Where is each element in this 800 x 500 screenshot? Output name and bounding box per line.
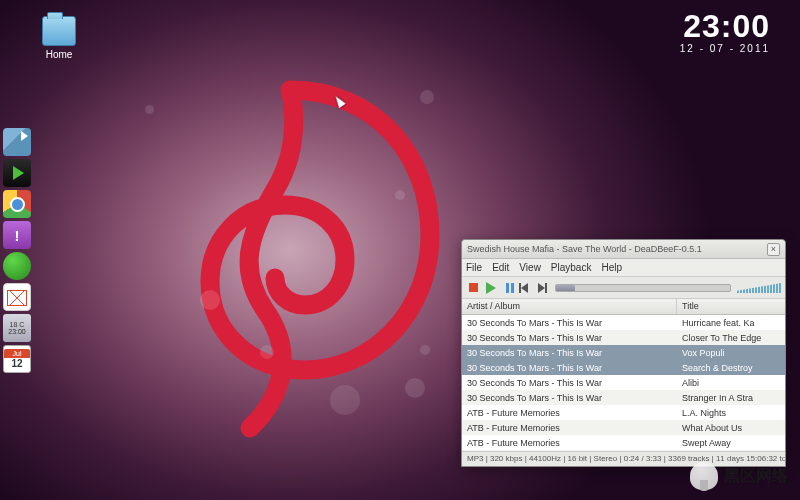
play-button[interactable]	[483, 280, 498, 295]
menu-view[interactable]: View	[519, 262, 541, 273]
weather-temp: 18 C	[10, 321, 25, 328]
playback-controls	[462, 277, 785, 299]
bokeh-dot	[260, 345, 274, 359]
folder-home-icon	[42, 16, 76, 46]
dock-chrome[interactable]	[3, 190, 31, 218]
weather-time: 23:00	[8, 328, 26, 335]
track-artist-album: ATB - Future Memories	[462, 423, 677, 433]
track-title: Closer To The Edge	[677, 333, 785, 343]
bokeh-dot	[405, 378, 425, 398]
track-artist-album: 30 Seconds To Mars - This Is War	[462, 378, 677, 388]
desktop-icon-home[interactable]: Home	[35, 16, 83, 60]
previous-button[interactable]	[517, 280, 532, 295]
menu-playback[interactable]: Playback	[551, 262, 592, 273]
bokeh-dot	[420, 345, 430, 355]
wallpaper-debian-swirl	[130, 60, 445, 440]
dock-messenger[interactable]: !	[3, 221, 31, 249]
stop-button[interactable]	[466, 280, 481, 295]
music-player-window: Swedish House Mafia - Save The World - D…	[461, 239, 786, 467]
track-title: Hurricane feat. Ka	[677, 318, 785, 328]
track-artist-album: ATB - Future Memories	[462, 438, 677, 448]
track-artist-album: ATB - Future Memories	[462, 408, 677, 418]
bokeh-dot	[330, 385, 360, 415]
dock-gmail[interactable]	[3, 283, 31, 311]
watermark-text: 黑区网络	[724, 466, 788, 487]
pause-button[interactable]	[500, 280, 515, 295]
track-title: Vox Populi	[677, 348, 785, 358]
playlist-row[interactable]: ATB - Future MemoriesWhat About Us	[462, 420, 785, 435]
desktop-clock: 23:00 12 - 07 - 2011	[680, 8, 770, 54]
window-title: Swedish House Mafia - Save The World - D…	[467, 244, 767, 254]
menu-edit[interactable]: Edit	[492, 262, 509, 273]
menu-bar: File Edit View Playback Help	[462, 259, 785, 277]
dock-media-player[interactable]	[3, 159, 31, 187]
dock-panel: ! 18 C 23:00 Jul 12	[3, 128, 33, 373]
watermark: 黑区网络	[690, 462, 788, 490]
track-artist-album: 30 Seconds To Mars - This Is War	[462, 363, 677, 373]
header-artist-album[interactable]: Artist / Album	[462, 299, 677, 314]
track-title: Swept Away	[677, 438, 785, 448]
track-title: L.A. Nights	[677, 408, 785, 418]
menu-file[interactable]: File	[466, 262, 482, 273]
bokeh-dot	[395, 190, 405, 200]
dock-weather[interactable]: 18 C 23:00	[3, 314, 31, 342]
clock-time: 23:00	[680, 8, 770, 45]
track-title: What About Us	[677, 423, 785, 433]
playlist: 30 Seconds To Mars - This Is WarHurrican…	[462, 315, 785, 451]
clock-date: 12 - 07 - 2011	[680, 43, 770, 54]
playlist-headers: Artist / Album Title	[462, 299, 785, 315]
desktop-icon-label: Home	[35, 49, 83, 60]
bokeh-dot	[420, 90, 434, 104]
playlist-row[interactable]: 30 Seconds To Mars - This Is WarSearch &…	[462, 360, 785, 375]
track-artist-album: 30 Seconds To Mars - This Is War	[462, 348, 677, 358]
progress-bar[interactable]	[555, 284, 731, 292]
dock-calendar[interactable]: Jul 12	[3, 345, 31, 373]
calendar-day: 12	[11, 358, 22, 369]
track-title: Search & Destroy	[677, 363, 785, 373]
playlist-row[interactable]: 30 Seconds To Mars - This Is WarStranger…	[462, 390, 785, 405]
track-artist-album: 30 Seconds To Mars - This Is War	[462, 333, 677, 343]
track-title: Stranger In A Stra	[677, 393, 785, 403]
window-close-button[interactable]: ×	[767, 243, 780, 256]
volume-slider[interactable]	[737, 282, 781, 293]
playlist-row[interactable]: ATB - Future MemoriesSwept Away	[462, 435, 785, 450]
dock-file-manager[interactable]	[3, 128, 31, 156]
dock-status-indicator[interactable]	[3, 252, 31, 280]
playlist-row[interactable]: ATB - Future MemoriesL.A. Nights	[462, 405, 785, 420]
track-title: Alibi	[677, 378, 785, 388]
playlist-row[interactable]: 30 Seconds To Mars - This Is WarVox Popu…	[462, 345, 785, 360]
track-artist-album: 30 Seconds To Mars - This Is War	[462, 318, 677, 328]
calendar-month: Jul	[4, 349, 30, 359]
next-button[interactable]	[534, 280, 549, 295]
playlist-row[interactable]: 30 Seconds To Mars - This Is WarHurrican…	[462, 315, 785, 330]
mushroom-icon	[690, 462, 718, 490]
window-titlebar[interactable]: Swedish House Mafia - Save The World - D…	[462, 240, 785, 259]
bokeh-dot	[200, 290, 220, 310]
playlist-row[interactable]: 30 Seconds To Mars - This Is WarCloser T…	[462, 330, 785, 345]
playlist-row[interactable]: 30 Seconds To Mars - This Is WarAlibi	[462, 375, 785, 390]
cursor-icon	[335, 95, 347, 111]
track-artist-album: 30 Seconds To Mars - This Is War	[462, 393, 677, 403]
menu-help[interactable]: Help	[601, 262, 622, 273]
header-title[interactable]: Title	[677, 299, 785, 314]
bokeh-dot	[145, 105, 154, 114]
